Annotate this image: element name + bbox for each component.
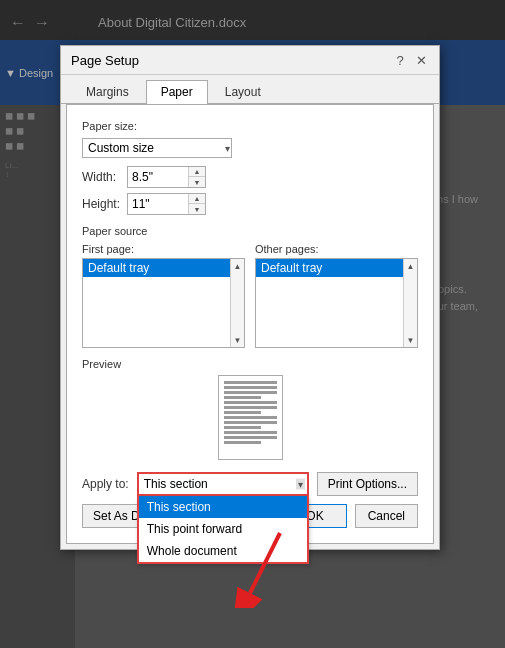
width-spin-buttons: ▲ ▼ [188,167,205,187]
first-page-default-tray[interactable]: Default tray [83,259,244,277]
page-setup-dialog: Page Setup ? ✕ Margins Paper Layout Pape… [60,45,440,550]
preview-page [218,375,283,460]
width-input[interactable] [128,168,188,186]
apply-label: Apply to: [82,477,129,491]
first-page-scroll-up[interactable]: ▲ [231,259,245,273]
cancel-button[interactable]: Cancel [355,504,418,528]
height-spin-buttons: ▲ ▼ [188,194,205,214]
titlebar-buttons: ? ✕ [392,52,429,68]
preview-line-13 [224,441,261,444]
first-page-label: First page: [82,243,245,255]
height-input-wrapper: ▲ ▼ [127,193,206,215]
other-pages-col: Other pages: Default tray ▲ ▼ [255,243,418,348]
first-page-list[interactable]: Default tray ▲ ▼ [82,258,245,348]
preview-line-10 [224,426,261,429]
width-label: Width: [82,170,127,184]
width-decrement-button[interactable]: ▼ [189,177,205,187]
height-label: Height: [82,197,127,211]
other-pages-scroll-down[interactable]: ▼ [404,333,418,347]
preview-line-7 [224,411,261,414]
paper-size-row: Custom size Letter A4 Legal ▾ [82,138,418,158]
preview-line-9 [224,421,277,424]
dialog-main-content: Paper size: Custom size Letter A4 Legal … [66,104,434,544]
paper-size-select-wrapper: Custom size Letter A4 Legal ▾ [82,138,232,158]
dialog-title: Page Setup [71,53,139,68]
other-pages-default-tray[interactable]: Default tray [256,259,417,277]
height-input[interactable] [128,195,188,213]
apply-select-wrapper: This section This point forward Whole do… [137,472,309,496]
paper-size-label: Paper size: [82,120,418,132]
source-columns: First page: Default tray ▲ ▼ Other pages… [82,243,418,348]
preview-line-4 [224,396,261,399]
preview-line-5 [224,401,277,404]
first-page-col: First page: Default tray ▲ ▼ [82,243,245,348]
apply-select[interactable]: This section This point forward Whole do… [137,472,309,496]
paper-source-section: Paper source First page: Default tray ▲ … [82,225,418,348]
dialog-titlebar: Page Setup ? ✕ [61,46,439,75]
dropdown-this-point-forward[interactable]: This point forward [139,518,307,540]
preview-line-6 [224,406,277,409]
height-decrement-button[interactable]: ▼ [189,204,205,214]
tab-layout[interactable]: Layout [210,80,276,103]
preview-line-3 [224,391,277,394]
preview-line-8 [224,416,277,419]
tab-margins[interactable]: Margins [71,80,144,103]
preview-line-12 [224,436,277,439]
close-button[interactable]: ✕ [413,52,429,68]
dialog-tabs: Margins Paper Layout [61,75,439,104]
width-increment-button[interactable]: ▲ [189,167,205,177]
height-increment-button[interactable]: ▲ [189,194,205,204]
print-options-button[interactable]: Print Options... [317,472,418,496]
first-page-scrollbar: ▲ ▼ [230,259,244,347]
width-input-wrapper: ▲ ▼ [127,166,206,188]
other-pages-scrollbar: ▲ ▼ [403,259,417,347]
preview-section: Preview [82,358,418,460]
preview-label: Preview [82,358,418,370]
other-pages-scroll-up[interactable]: ▲ [404,259,418,273]
help-button[interactable]: ? [392,52,408,68]
height-row: Height: ▲ ▼ [82,193,418,215]
paper-source-label: Paper source [82,225,418,237]
first-page-scroll-down[interactable]: ▼ [231,333,245,347]
preview-line-11 [224,431,277,434]
other-pages-list[interactable]: Default tray ▲ ▼ [255,258,418,348]
tab-paper[interactable]: Paper [146,80,208,104]
apply-row: Apply to: This section This point forwar… [82,472,418,496]
apply-dropdown-menu: This section This point forward Whole do… [137,496,309,564]
preview-line-2 [224,386,277,389]
dropdown-whole-document[interactable]: Whole document [139,540,307,562]
preview-line-1 [224,381,277,384]
other-pages-label: Other pages: [255,243,418,255]
paper-size-select[interactable]: Custom size Letter A4 Legal [82,138,232,158]
width-row: Width: ▲ ▼ [82,166,418,188]
dropdown-this-section[interactable]: This section [139,496,307,518]
